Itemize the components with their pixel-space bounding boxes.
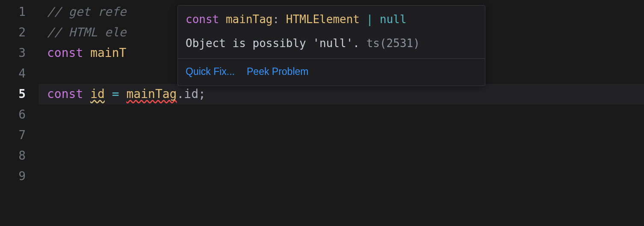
error-text: Object is possibly 'null'. [186, 37, 360, 50]
space-token [105, 87, 112, 101]
space-token [119, 87, 127, 101]
punct-token: ; [198, 87, 206, 101]
space-token [83, 87, 90, 101]
quick-fix-link[interactable]: Quick Fix... [186, 64, 235, 80]
space-token [373, 13, 380, 26]
sig-null: null [380, 13, 407, 26]
peek-problem-link[interactable]: Peek Problem [247, 64, 308, 80]
line-number-active: 5 [0, 84, 26, 104]
line-number: 4 [0, 63, 26, 84]
line-number: 8 [0, 146, 26, 166]
punct-token: . [177, 87, 184, 101]
hover-signature: const mainTag: HTMLElement | null [178, 6, 485, 32]
line-number: 9 [0, 166, 26, 187]
space-token [279, 13, 286, 26]
code-area[interactable]: // get refe // HTML ele const mainT cons… [38, 0, 644, 226]
property-token: id [184, 87, 198, 101]
code-line[interactable] [38, 104, 644, 125]
operator-token: = [112, 87, 119, 101]
comment-token: // get refe [47, 5, 126, 19]
line-number: 7 [0, 125, 26, 146]
sig-type: HTMLElement [286, 13, 360, 26]
error-code: ts(2531) [366, 37, 420, 50]
code-line[interactable] [38, 146, 644, 166]
keyword-token: const [47, 87, 83, 101]
hover-tooltip: const mainTag: HTMLElement | null Object… [177, 5, 485, 86]
sig-pipe: | [366, 13, 373, 26]
variable-token-warning: id [90, 87, 105, 101]
code-line[interactable] [38, 166, 644, 187]
sig-keyword: const [186, 13, 219, 26]
space-token [83, 46, 90, 60]
line-number: 3 [0, 43, 26, 63]
code-editor: 1 2 3 4 5 6 7 8 9 // get refe // HTML el… [0, 0, 644, 226]
variable-token-error: mainTag [126, 87, 177, 101]
variable-token: mainT [90, 46, 126, 60]
sig-punct: : [273, 13, 280, 26]
hover-error-message: Object is possibly 'null'. ts(2531) [178, 32, 485, 59]
space-token [360, 13, 366, 26]
keyword-token: const [47, 46, 83, 60]
hover-actions: Quick Fix... Peek Problem [178, 59, 485, 86]
space-token [360, 37, 366, 50]
line-number-gutter: 1 2 3 4 5 6 7 8 9 [0, 0, 38, 226]
code-line-current[interactable]: const id = mainTag.id; [38, 84, 644, 104]
sig-variable: mainTag [226, 13, 273, 26]
comment-token: // HTML ele [47, 25, 126, 39]
line-number: 6 [0, 104, 26, 125]
code-line[interactable] [38, 125, 644, 146]
line-number: 1 [0, 2, 26, 22]
line-number: 2 [0, 22, 26, 43]
space-token [219, 13, 226, 26]
